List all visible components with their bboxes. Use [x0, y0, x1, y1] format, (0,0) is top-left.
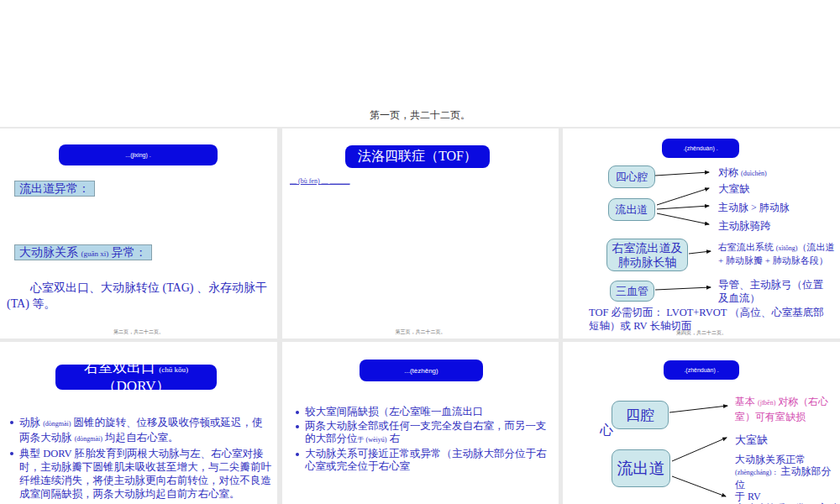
bullet-item: 典型 DORV 胚胎发育到两根大动脉与左、右心室对接时，主动脉瓣下圆锥肌未吸收甚… [8, 447, 272, 501]
slide-page-3[interactable]: 法洛四联症（TOF） __ (bù fen) __ ______ 第三页，共二十… [282, 129, 559, 339]
label-symmetric: 对称 (duìchèn) [718, 165, 767, 180]
label-overriding-aorta: 主动脉骑跨 [718, 219, 771, 234]
slide6-title-bar: ...(tèzhēng) [360, 360, 483, 381]
bullet-icon [10, 452, 13, 455]
slide-page-7[interactable]: .(zhěnduàn) . 四腔 心 基本 (jīběn) 对称（右心室）可有室… [563, 342, 840, 504]
pinyin-annotation: 于 (wèiyú) [358, 436, 387, 444]
label-rv-outflow-system: 右室流出系统 (xìtǒng)（流出道 + 肺动脉瓣 + 肺动脉各段） [718, 241, 837, 266]
bullet-item: 较大室间隔缺损（左心室唯一血流出口 [294, 406, 551, 419]
slide2-footer: 第二页，共二十二页。 [0, 328, 277, 336]
pinyin-annotation: (guān xi) [81, 249, 109, 258]
box-rvot-pa-axis: 右室流出道及 肺动脉长轴 [606, 239, 688, 271]
document-viewer: 第一页，共二十二页。 ...(jixing) . 流出道异常： 大动脉关系 (g… [0, 0, 840, 504]
slide2-heading1: 流出道异常： [14, 181, 95, 197]
slide-page-6[interactable]: ...(tèzhēng) 较大室间隔缺损（左心室唯一血流出口 两条大动脉全部或任… [282, 342, 559, 504]
slide5-title-bar: 右室双出口 (chū kǒu) （DORV） [55, 365, 217, 390]
slide2-title-text: ...(jixing) . [125, 152, 150, 158]
label-ao-gt-pa: 主动脉 > 肺动脉 [718, 201, 790, 215]
slide3-footer: 第三页，共二十二页。 [282, 328, 559, 336]
box-four-chamber-overflow-char: 心 [600, 422, 613, 439]
slide-grid: ...(jixing) . 流出道异常： 大动脉关系 (guān xi) 异常：… [0, 127, 840, 504]
pinyin-annotation: (xìtǒng) [776, 244, 798, 252]
page-indicator: 第一页，共二十二页。 [0, 108, 840, 123]
slide4-footer: 第四页，共二十二页。 [563, 329, 840, 337]
label-large-vsd: 大室缺 [718, 182, 750, 197]
pinyin-annotation: (dòngmài) [75, 435, 102, 443]
label-large-vsd: 大室缺 [735, 433, 768, 448]
pinyin-annotation: (chū kǒu) [159, 365, 188, 374]
slide3-subtext: __ (bù fen) __ ______ [290, 177, 350, 185]
slide4-title-text: .(zhěnduàn) . [683, 145, 717, 151]
pinyin-annotation: (zhèngcháng)： [735, 469, 779, 476]
slide5-bullets: 动脉 (dòngmài) 圆锥的旋转、位移及吸收停顿或延迟，使两条大动脉 (dò… [8, 416, 272, 501]
slide-page-2[interactable]: ...(jixing) . 流出道异常： 大动脉关系 (guān xi) 异常：… [0, 129, 277, 339]
bullet-item: 大动脉关系可接近正常或异常（主动脉大部分位于右心室或完全位于右心室 [294, 448, 551, 474]
slide7-title-text: .(zhěnduàn) . [684, 367, 718, 373]
box-four-chambers: 四心腔 [608, 165, 655, 188]
pinyin-annotation: (jīběn) [758, 399, 775, 407]
pinyin-annotation: (dòngmài) [43, 420, 71, 428]
bullet-item: 两条大动脉全部或任何一支完全发自右室，而另一支的大部分位于 (wèiyú) 右 [294, 420, 551, 447]
slide5-title-line1: 右室双出口 (chū kǒu) [84, 365, 188, 378]
box-four-chamber: 四腔 [612, 401, 669, 429]
slide4-title-bar: .(zhěnduàn) . [662, 139, 739, 158]
pinyin-annotation: (duìchèn) [741, 170, 767, 177]
bullet-icon [296, 411, 299, 414]
bullet-icon [296, 453, 299, 456]
slide2-paragraph: 心室双出口、大动脉转位 (TAG) 、永存动脉干 (TA) 等。 [7, 280, 269, 312]
slide6-bullets: 较大室间隔缺损（左心室唯一血流出口 两条大动脉全部或任何一支完全发自右室，而另一… [294, 406, 551, 475]
slide5-title-line2: （DORV） [102, 378, 171, 390]
box-outflow-tract: 流出道 [612, 449, 670, 487]
slide2-title-bar: ...(jixing) . [59, 144, 218, 165]
slide-page-5[interactable]: 右室双出口 (chū kǒu) （DORV） 动脉 (dòngmài) 圆锥的旋… [0, 342, 277, 504]
bullet-icon [296, 425, 299, 428]
slide2-heading2: 大动脉关系 (guān xi) 异常： [14, 245, 152, 260]
slide7-title-bar: .(zhěnduàn) . [664, 360, 739, 380]
label-great-artery-relation: 大动脉关系正常 (zhèngcháng)： 主动脉部分位 于 RV 大动脉关系异… [735, 454, 839, 504]
slide6-title-text: ...(tèzhēng) [404, 367, 438, 375]
label-basically-symmetric: 基本 (jīběn) 对称（右心室）可有室缺损 [735, 395, 834, 423]
bullet-item: 动脉 (dòngmài) 圆锥的旋转、位移及吸收停顿或延迟，使两条大动脉 (dò… [8, 416, 272, 446]
bullet-icon [10, 421, 13, 424]
slide3-title-text: 法洛四联症（TOF） [358, 148, 477, 165]
slide3-title-bar: 法洛四联症（TOF） [345, 145, 490, 168]
box-three-vessels: 三血管 [610, 281, 654, 302]
slide-page-4[interactable]: .(zhěnduàn) . 四心腔 流出道 右室流出道及 肺动脉长轴 三血管 对… [563, 129, 840, 339]
box-outflow-tract: 流出道 [608, 198, 655, 221]
label-duct-arch: 导管、主动脉弓（位置及血流） [718, 278, 823, 305]
